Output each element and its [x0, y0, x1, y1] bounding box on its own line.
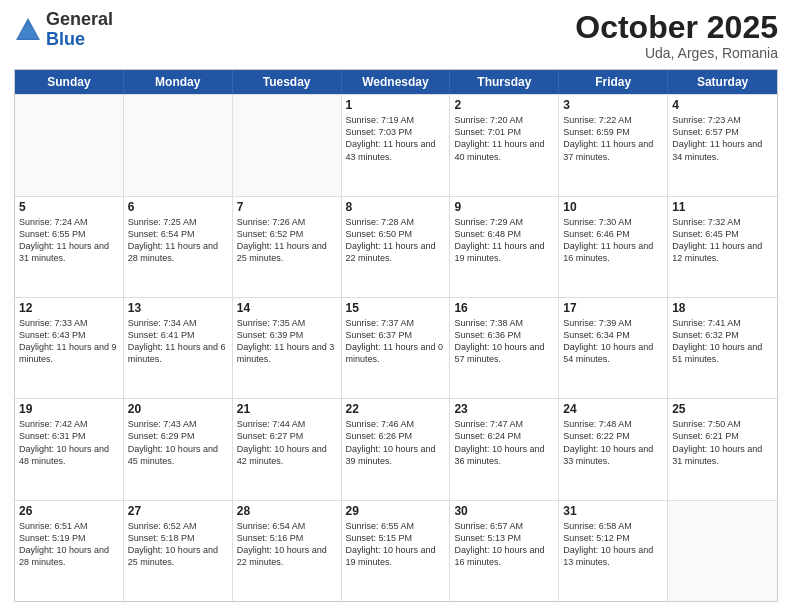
calendar-cell: 16Sunrise: 7:38 AMSunset: 6:36 PMDayligh… — [450, 298, 559, 398]
calendar-cell: 27Sunrise: 6:52 AMSunset: 5:18 PMDayligh… — [124, 501, 233, 601]
day-number: 17 — [563, 301, 663, 315]
calendar-cell: 1Sunrise: 7:19 AMSunset: 7:03 PMDaylight… — [342, 95, 451, 195]
day-info: Sunrise: 7:42 AMSunset: 6:31 PMDaylight:… — [19, 418, 119, 467]
day-info: Sunrise: 6:55 AMSunset: 5:15 PMDaylight:… — [346, 520, 446, 569]
day-header-thursday: Thursday — [450, 70, 559, 94]
day-number: 7 — [237, 200, 337, 214]
calendar-cell: 3Sunrise: 7:22 AMSunset: 6:59 PMDaylight… — [559, 95, 668, 195]
day-info: Sunrise: 7:26 AMSunset: 6:52 PMDaylight:… — [237, 216, 337, 265]
title-block: October 2025 Uda, Arges, Romania — [575, 10, 778, 61]
calendar-week-1: 1Sunrise: 7:19 AMSunset: 7:03 PMDaylight… — [15, 94, 777, 195]
day-info: Sunrise: 7:35 AMSunset: 6:39 PMDaylight:… — [237, 317, 337, 366]
day-info: Sunrise: 7:30 AMSunset: 6:46 PMDaylight:… — [563, 216, 663, 265]
day-number: 12 — [19, 301, 119, 315]
calendar-week-2: 5Sunrise: 7:24 AMSunset: 6:55 PMDaylight… — [15, 196, 777, 297]
day-info: Sunrise: 6:54 AMSunset: 5:16 PMDaylight:… — [237, 520, 337, 569]
day-header-sunday: Sunday — [15, 70, 124, 94]
day-number: 19 — [19, 402, 119, 416]
day-info: Sunrise: 7:34 AMSunset: 6:41 PMDaylight:… — [128, 317, 228, 366]
calendar-cell: 5Sunrise: 7:24 AMSunset: 6:55 PMDaylight… — [15, 197, 124, 297]
calendar-cell: 30Sunrise: 6:57 AMSunset: 5:13 PMDayligh… — [450, 501, 559, 601]
calendar-cell: 24Sunrise: 7:48 AMSunset: 6:22 PMDayligh… — [559, 399, 668, 499]
day-info: Sunrise: 7:19 AMSunset: 7:03 PMDaylight:… — [346, 114, 446, 163]
day-number: 6 — [128, 200, 228, 214]
calendar-cell: 13Sunrise: 7:34 AMSunset: 6:41 PMDayligh… — [124, 298, 233, 398]
calendar-cell — [15, 95, 124, 195]
day-number: 16 — [454, 301, 554, 315]
calendar-week-3: 12Sunrise: 7:33 AMSunset: 6:43 PMDayligh… — [15, 297, 777, 398]
day-info: Sunrise: 7:41 AMSunset: 6:32 PMDaylight:… — [672, 317, 773, 366]
day-number: 11 — [672, 200, 773, 214]
logo-icon — [14, 16, 42, 44]
calendar: SundayMondayTuesdayWednesdayThursdayFrid… — [14, 69, 778, 602]
calendar-cell: 20Sunrise: 7:43 AMSunset: 6:29 PMDayligh… — [124, 399, 233, 499]
day-info: Sunrise: 7:37 AMSunset: 6:37 PMDaylight:… — [346, 317, 446, 366]
day-info: Sunrise: 7:32 AMSunset: 6:45 PMDaylight:… — [672, 216, 773, 265]
day-info: Sunrise: 7:22 AMSunset: 6:59 PMDaylight:… — [563, 114, 663, 163]
day-info: Sunrise: 6:51 AMSunset: 5:19 PMDaylight:… — [19, 520, 119, 569]
day-info: Sunrise: 7:20 AMSunset: 7:01 PMDaylight:… — [454, 114, 554, 163]
day-info: Sunrise: 7:23 AMSunset: 6:57 PMDaylight:… — [672, 114, 773, 163]
day-number: 21 — [237, 402, 337, 416]
day-number: 28 — [237, 504, 337, 518]
calendar-cell: 11Sunrise: 7:32 AMSunset: 6:45 PMDayligh… — [668, 197, 777, 297]
day-number: 10 — [563, 200, 663, 214]
day-info: Sunrise: 7:39 AMSunset: 6:34 PMDaylight:… — [563, 317, 663, 366]
calendar-cell: 14Sunrise: 7:35 AMSunset: 6:39 PMDayligh… — [233, 298, 342, 398]
day-number: 26 — [19, 504, 119, 518]
calendar-cell: 21Sunrise: 7:44 AMSunset: 6:27 PMDayligh… — [233, 399, 342, 499]
calendar-cell — [233, 95, 342, 195]
calendar-cell: 31Sunrise: 6:58 AMSunset: 5:12 PMDayligh… — [559, 501, 668, 601]
day-number: 22 — [346, 402, 446, 416]
page-container: General Blue October 2025 Uda, Arges, Ro… — [0, 0, 792, 612]
day-header-wednesday: Wednesday — [342, 70, 451, 94]
calendar-cell: 19Sunrise: 7:42 AMSunset: 6:31 PMDayligh… — [15, 399, 124, 499]
calendar-cell — [124, 95, 233, 195]
day-info: Sunrise: 7:38 AMSunset: 6:36 PMDaylight:… — [454, 317, 554, 366]
calendar-cell: 26Sunrise: 6:51 AMSunset: 5:19 PMDayligh… — [15, 501, 124, 601]
day-info: Sunrise: 7:48 AMSunset: 6:22 PMDaylight:… — [563, 418, 663, 467]
day-info: Sunrise: 7:47 AMSunset: 6:24 PMDaylight:… — [454, 418, 554, 467]
logo-general-text: General — [46, 9, 113, 29]
day-number: 29 — [346, 504, 446, 518]
day-header-saturday: Saturday — [668, 70, 777, 94]
day-number: 4 — [672, 98, 773, 112]
header: General Blue October 2025 Uda, Arges, Ro… — [14, 10, 778, 61]
day-number: 3 — [563, 98, 663, 112]
day-number: 9 — [454, 200, 554, 214]
day-number: 25 — [672, 402, 773, 416]
calendar-cell: 10Sunrise: 7:30 AMSunset: 6:46 PMDayligh… — [559, 197, 668, 297]
day-number: 20 — [128, 402, 228, 416]
day-info: Sunrise: 6:57 AMSunset: 5:13 PMDaylight:… — [454, 520, 554, 569]
calendar-cell: 22Sunrise: 7:46 AMSunset: 6:26 PMDayligh… — [342, 399, 451, 499]
calendar-body: 1Sunrise: 7:19 AMSunset: 7:03 PMDaylight… — [15, 94, 777, 601]
day-number: 5 — [19, 200, 119, 214]
day-info: Sunrise: 7:28 AMSunset: 6:50 PMDaylight:… — [346, 216, 446, 265]
day-info: Sunrise: 7:44 AMSunset: 6:27 PMDaylight:… — [237, 418, 337, 467]
day-header-monday: Monday — [124, 70, 233, 94]
day-info: Sunrise: 7:24 AMSunset: 6:55 PMDaylight:… — [19, 216, 119, 265]
day-number: 23 — [454, 402, 554, 416]
calendar-cell: 4Sunrise: 7:23 AMSunset: 6:57 PMDaylight… — [668, 95, 777, 195]
day-header-friday: Friday — [559, 70, 668, 94]
day-number: 15 — [346, 301, 446, 315]
day-number: 24 — [563, 402, 663, 416]
calendar-subtitle: Uda, Arges, Romania — [575, 45, 778, 61]
calendar-cell: 9Sunrise: 7:29 AMSunset: 6:48 PMDaylight… — [450, 197, 559, 297]
calendar-cell: 6Sunrise: 7:25 AMSunset: 6:54 PMDaylight… — [124, 197, 233, 297]
calendar-cell: 29Sunrise: 6:55 AMSunset: 5:15 PMDayligh… — [342, 501, 451, 601]
day-header-tuesday: Tuesday — [233, 70, 342, 94]
day-info: Sunrise: 7:25 AMSunset: 6:54 PMDaylight:… — [128, 216, 228, 265]
day-number: 18 — [672, 301, 773, 315]
calendar-cell: 23Sunrise: 7:47 AMSunset: 6:24 PMDayligh… — [450, 399, 559, 499]
calendar-cell: 7Sunrise: 7:26 AMSunset: 6:52 PMDaylight… — [233, 197, 342, 297]
day-info: Sunrise: 7:46 AMSunset: 6:26 PMDaylight:… — [346, 418, 446, 467]
day-number: 8 — [346, 200, 446, 214]
calendar-header-row: SundayMondayTuesdayWednesdayThursdayFrid… — [15, 70, 777, 94]
day-info: Sunrise: 6:52 AMSunset: 5:18 PMDaylight:… — [128, 520, 228, 569]
day-info: Sunrise: 7:33 AMSunset: 6:43 PMDaylight:… — [19, 317, 119, 366]
calendar-cell: 28Sunrise: 6:54 AMSunset: 5:16 PMDayligh… — [233, 501, 342, 601]
calendar-cell: 8Sunrise: 7:28 AMSunset: 6:50 PMDaylight… — [342, 197, 451, 297]
logo-text: General Blue — [46, 10, 113, 50]
calendar-week-5: 26Sunrise: 6:51 AMSunset: 5:19 PMDayligh… — [15, 500, 777, 601]
